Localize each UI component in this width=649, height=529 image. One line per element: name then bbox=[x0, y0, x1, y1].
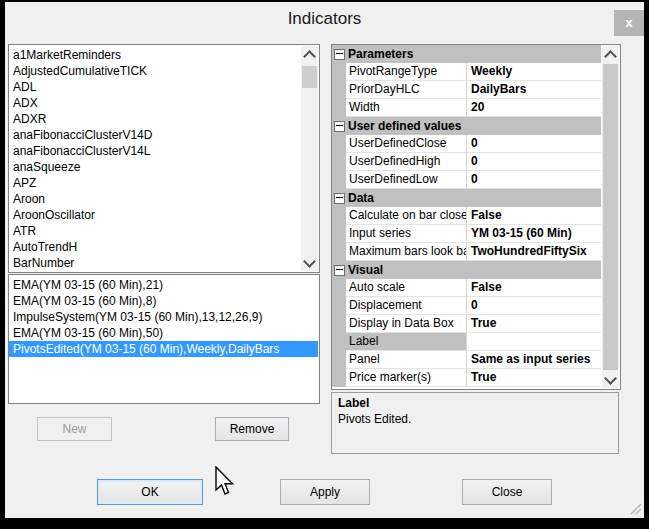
grid-indent bbox=[332, 63, 346, 81]
indicator-list-item[interactable]: ATR bbox=[9, 223, 301, 239]
scrollbar-thumb[interactable] bbox=[302, 66, 317, 88]
property-grid[interactable]: ParametersPivotRangeTypeWeeklyPriorDayHL… bbox=[331, 44, 621, 390]
property-label[interactable]: PriorDayHLC bbox=[346, 81, 467, 99]
property-label[interactable]: PivotRangeType bbox=[346, 63, 467, 81]
property-row[interactable]: Display in Data BoxTrue bbox=[332, 315, 601, 333]
indicator-list-item[interactable]: ADL bbox=[9, 79, 301, 95]
property-description-panel: Label Pivots Edited. bbox=[331, 392, 619, 454]
applied-indicator-item[interactable]: EMA(YM 03-15 (60 Min),21) bbox=[9, 277, 318, 293]
property-category-row[interactable]: Visual bbox=[332, 261, 601, 279]
property-label[interactable]: Calculate on bar close bbox=[346, 207, 467, 225]
resize-grip-icon[interactable] bbox=[628, 502, 642, 515]
property-row[interactable]: UserDefinedLow0 bbox=[332, 171, 601, 189]
property-value[interactable]: True bbox=[467, 315, 601, 333]
indicator-list-item[interactable]: anaFibonacciClusterV14L bbox=[9, 143, 301, 159]
property-label[interactable]: Panel bbox=[346, 351, 467, 369]
property-row[interactable]: Width20 bbox=[332, 99, 601, 117]
property-label[interactable]: UserDefinedHigh bbox=[346, 153, 467, 171]
description-text: Pivots Edited. bbox=[338, 412, 612, 426]
property-label[interactable]: UserDefinedLow bbox=[346, 171, 467, 189]
scroll-down-icon[interactable] bbox=[301, 254, 318, 271]
apply-button[interactable]: Apply bbox=[280, 479, 370, 505]
property-label[interactable]: Displacement bbox=[346, 297, 467, 315]
property-label[interactable]: Input series bbox=[346, 225, 467, 243]
property-category-row[interactable]: Data bbox=[332, 189, 601, 207]
property-row[interactable]: PivotRangeTypeWeekly bbox=[332, 63, 601, 81]
property-value[interactable]: TwoHundredFiftySix bbox=[467, 243, 601, 261]
property-row[interactable]: UserDefinedHigh0 bbox=[332, 153, 601, 171]
applied-indicator-item[interactable]: EMA(YM 03-15 (60 Min),50) bbox=[9, 325, 318, 341]
indicator-list-item[interactable]: anaSqueeze bbox=[9, 159, 301, 175]
grid-indent bbox=[332, 153, 346, 171]
property-row[interactable]: PanelSame as input series bbox=[332, 351, 601, 369]
property-label[interactable]: Price marker(s) bbox=[346, 369, 467, 387]
close-icon[interactable]: x bbox=[614, 10, 644, 36]
new-button[interactable]: New bbox=[37, 417, 112, 441]
property-row[interactable]: Auto scaleFalse bbox=[332, 279, 601, 297]
property-value[interactable]: False bbox=[467, 279, 601, 297]
property-label[interactable]: UserDefinedClose bbox=[346, 135, 467, 153]
scroll-up-icon[interactable] bbox=[602, 46, 619, 63]
property-label[interactable]: Width bbox=[346, 99, 467, 117]
property-label[interactable]: Maximum bars look ba bbox=[346, 243, 467, 261]
property-label[interactable]: Auto scale bbox=[346, 279, 467, 297]
property-value[interactable]: Weekly bbox=[467, 63, 601, 81]
applied-indicator-item[interactable]: PivotsEdited(YM 03-15 (60 Min),Weekly,Da… bbox=[9, 341, 318, 357]
indicator-list-item[interactable]: Aroon bbox=[9, 191, 301, 207]
property-value[interactable]: 0 bbox=[467, 297, 601, 315]
indicator-list-item[interactable]: BarNumber bbox=[9, 255, 301, 271]
grid-indent bbox=[332, 243, 346, 261]
indicator-list-scrollbar[interactable] bbox=[301, 46, 318, 271]
property-row[interactable]: Input seriesYM 03-15 (60 Min) bbox=[332, 225, 601, 243]
property-value[interactable]: False bbox=[467, 207, 601, 225]
grid-indent bbox=[332, 207, 346, 225]
indicator-list-item[interactable]: APZ bbox=[9, 175, 301, 191]
remove-button[interactable]: Remove bbox=[215, 417, 289, 441]
property-category-row[interactable]: Parameters bbox=[332, 45, 601, 63]
applied-indicator-item[interactable]: EMA(YM 03-15 (60 Min),8) bbox=[9, 293, 318, 309]
indicator-list-item[interactable]: AroonOscillator bbox=[9, 207, 301, 223]
property-grid-scrollbar[interactable] bbox=[602, 46, 619, 388]
indicator-list-item[interactable]: ADX bbox=[9, 95, 301, 111]
collapse-icon[interactable] bbox=[334, 49, 345, 60]
applied-indicators-listbox[interactable]: EMA(YM 03-15 (60 Min),21)EMA(YM 03-15 (6… bbox=[8, 274, 320, 404]
ok-button[interactable]: OK bbox=[97, 479, 203, 505]
grid-indent bbox=[332, 171, 346, 189]
grid-indent bbox=[332, 99, 346, 117]
property-category-row[interactable]: User defined values bbox=[332, 117, 601, 135]
grid-indent bbox=[332, 297, 346, 315]
close-button[interactable]: Close bbox=[462, 479, 552, 505]
titlebar[interactable]: Indicators x bbox=[5, 2, 644, 42]
indicator-list-item[interactable]: a1MarketReminders bbox=[9, 47, 301, 63]
property-value[interactable] bbox=[467, 333, 601, 351]
property-value[interactable]: YM 03-15 (60 Min) bbox=[467, 225, 601, 243]
collapse-icon[interactable] bbox=[334, 121, 345, 132]
property-row[interactable]: Label bbox=[332, 333, 601, 351]
collapse-icon[interactable] bbox=[334, 193, 345, 204]
property-value[interactable]: 0 bbox=[467, 171, 601, 189]
collapse-icon[interactable] bbox=[334, 265, 345, 276]
indicator-listbox[interactable]: a1MarketRemindersAdjustedCumulativeTICKA… bbox=[8, 44, 320, 273]
property-row[interactable]: PriorDayHLCDailyBars bbox=[332, 81, 601, 99]
indicator-list-item[interactable]: anaFibonacciClusterV14D bbox=[9, 127, 301, 143]
indicator-list-item[interactable]: ADXR bbox=[9, 111, 301, 127]
property-value[interactable]: Same as input series bbox=[467, 351, 601, 369]
property-value[interactable]: DailyBars bbox=[467, 81, 601, 99]
property-row[interactable]: Maximum bars look baTwoHundredFiftySix bbox=[332, 243, 601, 261]
property-row[interactable]: Displacement0 bbox=[332, 297, 601, 315]
property-label[interactable]: Label bbox=[346, 333, 467, 351]
property-row[interactable]: Calculate on bar closeFalse bbox=[332, 207, 601, 225]
indicator-list-item[interactable]: AutoTrendH bbox=[9, 239, 301, 255]
scrollbar-thumb[interactable] bbox=[603, 64, 618, 370]
property-label[interactable]: Display in Data Box bbox=[346, 315, 467, 333]
property-value[interactable]: 20 bbox=[467, 99, 601, 117]
applied-indicator-item[interactable]: ImpulseSystem(YM 03-15 (60 Min),13,12,26… bbox=[9, 309, 318, 325]
property-value[interactable]: True bbox=[467, 369, 601, 387]
property-value[interactable]: 0 bbox=[467, 153, 601, 171]
property-value[interactable]: 0 bbox=[467, 135, 601, 153]
property-row[interactable]: UserDefinedClose0 bbox=[332, 135, 601, 153]
indicator-list-item[interactable]: AdjustedCumulativeTICK bbox=[9, 63, 301, 79]
scroll-up-icon[interactable] bbox=[301, 46, 318, 63]
property-row[interactable]: Price marker(s)True bbox=[332, 369, 601, 387]
scroll-down-icon[interactable] bbox=[602, 371, 619, 388]
